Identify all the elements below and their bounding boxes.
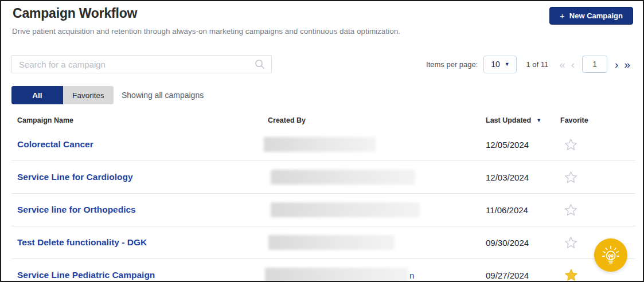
campaign-workflow-page: { "page": { "title": "Campaign Workflow"… — [0, 0, 644, 282]
lightbulb-icon — [599, 243, 623, 267]
campaign-link[interactable]: Colorectal Cancer — [11, 139, 264, 150]
campaign-link[interactable]: Service Line Pediatric Campaign — [11, 270, 264, 280]
pagination-controls: Items per page: 10 ▼ 1 of 11 « ‹ › » — [426, 55, 633, 73]
redacted-text — [265, 268, 408, 282]
campaign-link[interactable]: Service Line for Cardiology — [11, 172, 264, 182]
favorite-star-icon[interactable] — [564, 203, 578, 217]
column-header-created-by: Created By — [264, 116, 486, 124]
page-status: 1 of 11 — [526, 60, 548, 69]
plus-icon: + — [560, 11, 565, 21]
help-fab-button[interactable] — [594, 238, 627, 272]
items-per-page-value: 10 — [491, 60, 500, 69]
first-page-button[interactable]: « — [556, 59, 568, 70]
favorite-star-icon[interactable] — [564, 170, 578, 185]
last-updated-cell: 09/27/2024 — [486, 271, 560, 280]
pager: « ‹ › » — [556, 56, 633, 73]
table-row: Service Line for Cardiology 12/03/2024 — [11, 161, 635, 194]
column-header-last-updated[interactable]: Last Updated ▼ — [486, 116, 560, 124]
next-page-button[interactable]: › — [612, 59, 621, 70]
campaign-link[interactable]: Service line for Orthopedics — [11, 205, 264, 215]
favorite-cell — [560, 170, 635, 185]
last-updated-label: Last Updated — [486, 116, 531, 124]
search-bar — [11, 55, 272, 73]
search-input[interactable] — [12, 56, 254, 73]
redacted-text — [264, 137, 376, 152]
page-title: Campaign Workflow — [13, 6, 137, 21]
redacted-text — [268, 235, 395, 250]
sort-desc-icon: ▼ — [536, 117, 541, 123]
redacted-text — [271, 170, 415, 185]
caret-down-icon: ▼ — [505, 61, 510, 67]
table-row: Test Delete functionality - DGK 09/30/20… — [11, 226, 635, 259]
new-campaign-label: New Campaign — [569, 11, 623, 20]
last-updated-cell: 12/05/2024 — [486, 140, 560, 150]
redacted-text-suffix: n — [409, 271, 414, 280]
favorite-cell — [560, 138, 635, 152]
tabs-status-text: Showing all campaigns — [122, 91, 204, 100]
last-updated-cell: 11/06/2024 — [486, 205, 560, 215]
table-row: Service Line Pediatric Campaign n 09/27/… — [11, 259, 635, 282]
prev-page-button[interactable]: ‹ — [568, 59, 577, 70]
table-header-row: Campaign Name Created By Last Updated ▼ … — [11, 112, 635, 128]
campaign-link[interactable]: Test Delete functionality - DGK — [11, 237, 264, 248]
items-per-page-label: Items per page: — [426, 60, 478, 69]
last-updated-cell: 12/03/2024 — [486, 173, 560, 182]
favorite-star-filled-icon[interactable] — [564, 268, 579, 282]
last-page-button[interactable]: » — [621, 59, 633, 70]
column-header-campaign-name: Campaign Name — [11, 116, 264, 124]
table-row: Service line for Orthopedics 11/06/2024 — [11, 194, 635, 226]
column-header-favorite: Favorite — [560, 116, 635, 124]
tab-favorites[interactable]: Favorites — [63, 86, 114, 104]
filter-tabs: All Favorites Showing all campaigns — [11, 86, 204, 104]
created-by-cell — [264, 170, 486, 185]
page-number-input[interactable] — [582, 56, 607, 73]
created-by-cell — [264, 137, 486, 152]
search-icon — [254, 58, 266, 70]
page-subtitle: Drive patient acquisition and retention … — [12, 27, 400, 36]
favorite-cell — [560, 203, 635, 217]
table-row: Colorectal Cancer 12/05/2024 — [11, 128, 635, 161]
favorite-star-icon[interactable] — [564, 138, 578, 152]
last-updated-cell: 09/30/2024 — [486, 238, 560, 248]
items-per-page-select[interactable]: 10 ▼ — [483, 56, 517, 73]
redacted-text — [271, 202, 420, 217]
created-by-cell: n — [264, 268, 486, 282]
favorite-cell — [560, 268, 635, 282]
campaigns-table: Campaign Name Created By Last Updated ▼ … — [11, 112, 635, 282]
new-campaign-button[interactable]: + New Campaign — [549, 7, 633, 25]
created-by-cell — [264, 202, 486, 217]
tab-all[interactable]: All — [11, 86, 63, 104]
created-by-cell — [264, 235, 486, 250]
favorite-star-icon[interactable] — [564, 236, 578, 250]
